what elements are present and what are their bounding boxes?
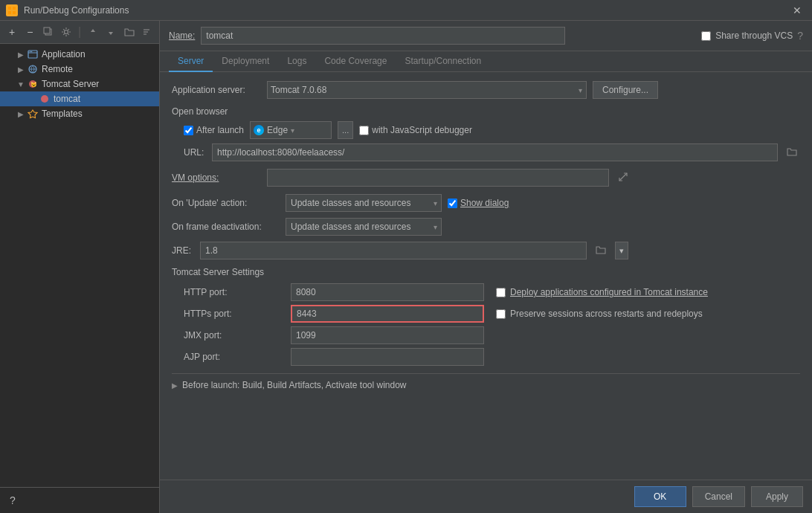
name-label: Name: (169, 30, 195, 41)
folder-button[interactable] (122, 24, 137, 40)
app-server-select[interactable]: Tomcat 7.0.68 (267, 81, 587, 99)
browser-ellipsis-button[interactable]: ... (338, 121, 353, 139)
copy-config-button[interactable] (40, 24, 55, 40)
deploy-tomcat-checkbox[interactable] (496, 288, 506, 297)
sidebar-item-tomcat-server[interactable]: ▼ 🐱 Tomcat Server (0, 77, 159, 91)
jre-input[interactable] (200, 242, 587, 259)
share-vcs-section: Share through VCS ? (701, 30, 803, 42)
tomcat-server-icon: 🐱 (27, 78, 39, 90)
before-launch-label: Before launch: Build, Build Artifacts, A… (182, 380, 407, 390)
sidebar-item-application[interactable]: ▶ Application (0, 47, 159, 62)
deploy-tomcat-row: Deploy applications configured in Tomcat… (484, 287, 800, 297)
templates-arrow: ▶ (15, 108, 27, 120)
browser-select[interactable]: e Edge ▾ (250, 121, 332, 139)
application-arrow: ▶ (15, 48, 27, 60)
url-folder-button[interactable] (784, 146, 800, 160)
remote-label: Remote (42, 64, 73, 74)
on-update-label: On 'Update' action: (172, 198, 280, 208)
tab-deployment[interactable]: Deployment (213, 51, 278, 72)
vm-options-input[interactable] (267, 169, 609, 187)
after-launch-row: After launch e Edge ▾ ... with JavaScrip… (172, 121, 800, 139)
svg-point-13 (31, 51, 33, 53)
main-container: + − | ▶ (0, 21, 812, 513)
open-browser-label-row: Open browser (172, 106, 800, 117)
sort-button[interactable] (140, 24, 155, 40)
app-server-controls: Tomcat 7.0.68 Configure... (267, 81, 658, 99)
svg-rect-3 (13, 11, 16, 14)
move-down-button[interactable] (103, 24, 118, 40)
add-config-button[interactable]: + (4, 24, 19, 40)
preserve-sessions-row: Preserve sessions across restarts and re… (484, 309, 800, 319)
on-frame-row: On frame deactivation: Update classes an… (172, 218, 800, 236)
svg-rect-2 (8, 11, 11, 14)
tomcat-server-arrow: ▼ (15, 78, 27, 90)
svg-line-20 (623, 173, 627, 177)
on-frame-label: On frame deactivation: (172, 222, 280, 232)
after-launch-checkbox-label[interactable]: After launch (184, 125, 244, 135)
show-dialog-checkbox[interactable] (448, 199, 457, 208)
configure-button[interactable]: Configure... (593, 81, 658, 99)
sidebar-item-templates[interactable]: ▶ Templates (0, 106, 159, 121)
js-debugger-checkbox[interactable] (359, 126, 369, 135)
sidebar: + − | ▶ (0, 21, 160, 513)
remote-icon (27, 63, 39, 75)
before-launch-header[interactable]: ▶ Before launch: Build, Build Artifacts,… (172, 380, 800, 390)
app-icon (6, 4, 18, 16)
https-port-label: HTTPs port: (172, 309, 291, 319)
update-action-select-wrapper: Update classes and resources (286, 194, 442, 212)
jre-row: JRE: ▾ (172, 242, 800, 259)
svg-line-19 (619, 177, 623, 181)
frame-action-select[interactable]: Update classes and resources (286, 218, 442, 236)
url-input[interactable] (212, 143, 778, 161)
after-launch-label: After launch (196, 125, 244, 135)
settings-config-button[interactable] (59, 24, 74, 40)
sidebar-item-tomcat[interactable]: ▶ tomcat (0, 91, 159, 106)
ajp-port-input[interactable] (291, 348, 484, 366)
tab-startup-connection[interactable]: Startup/Connection (396, 51, 490, 72)
url-label: URL: (184, 147, 206, 158)
url-row: URL: (172, 143, 800, 161)
before-launch-section: ▶ Before launch: Build, Build Artifacts,… (172, 373, 800, 390)
tabs-bar: Server Deployment Logs Code Coverage Sta… (160, 51, 812, 72)
jre-folder-button[interactable] (593, 244, 609, 258)
ajp-port-label: AJP port: (172, 352, 291, 362)
http-port-input[interactable] (291, 283, 484, 301)
tab-server[interactable]: Server (169, 51, 213, 72)
deploy-tomcat-label: Deploy applications configured in Tomcat… (510, 287, 708, 297)
jre-dropdown-button[interactable]: ▾ (615, 242, 628, 259)
open-browser-section: Open browser After launch e Edge ▾ ... (172, 106, 800, 161)
sidebar-item-remote[interactable]: ▶ Remote (0, 62, 159, 77)
cancel-button[interactable]: Cancel (692, 486, 745, 507)
jmx-port-input[interactable] (291, 326, 484, 344)
vm-options-row: VM options: (172, 169, 800, 187)
svg-point-18 (41, 95, 48, 103)
show-dialog-wrap: Show dialog (448, 198, 509, 208)
update-action-select[interactable]: Update classes and resources (286, 194, 442, 212)
apply-button[interactable]: Apply (751, 486, 803, 507)
http-port-label: HTTP port: (172, 287, 291, 297)
js-debugger-label[interactable]: with JavaScript debugger (359, 125, 472, 135)
share-help-icon[interactable]: ? (797, 30, 803, 42)
svg-rect-0 (8, 7, 11, 10)
preserve-sessions-checkbox[interactable] (496, 309, 506, 319)
ok-button[interactable]: OK (634, 486, 686, 507)
frame-action-select-wrapper: Update classes and resources (286, 218, 442, 236)
share-vcs-checkbox[interactable] (701, 31, 711, 41)
https-port-input[interactable] (291, 305, 484, 323)
show-dialog-label: Show dialog (460, 198, 509, 208)
tab-code-coverage[interactable]: Code Coverage (315, 51, 396, 72)
window-title: Run/Debug Configurations (24, 5, 788, 16)
svg-text:🐱: 🐱 (30, 81, 37, 88)
jmx-port-label: JMX port: (172, 330, 291, 341)
help-button[interactable]: ? (4, 492, 21, 509)
move-up-button[interactable] (86, 24, 100, 40)
browser-dropdown-arrow: ▾ (291, 126, 294, 135)
remove-config-button[interactable]: − (22, 24, 37, 40)
tab-logs[interactable]: Logs (278, 51, 315, 72)
sidebar-bottom: ? (0, 487, 159, 513)
before-launch-arrow: ▶ (172, 381, 178, 390)
name-input[interactable] (201, 27, 565, 45)
vm-options-expand-button[interactable] (615, 170, 631, 186)
after-launch-checkbox[interactable] (184, 126, 193, 135)
close-button[interactable]: ✕ (788, 3, 806, 18)
